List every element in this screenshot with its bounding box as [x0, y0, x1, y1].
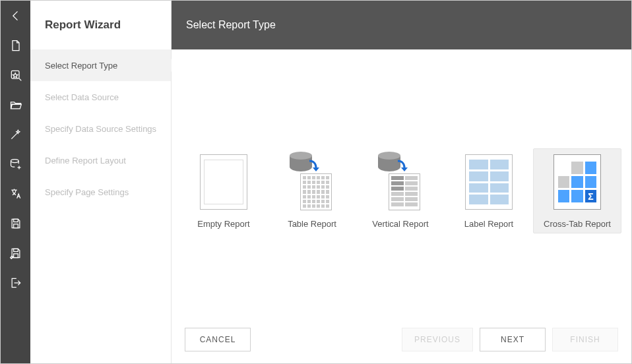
option-empty-report[interactable]: Empty Report — [179, 148, 268, 233]
wizard-step-sidebar: Report Wizard Select Report Type Select … — [30, 1, 172, 363]
cancel-button[interactable]: CANCEL — [185, 328, 251, 351]
option-vertical-report[interactable]: Vertical Report — [356, 148, 445, 233]
vertical-report-icon — [377, 154, 424, 210]
report-wizard-window: Report Wizard Select Report Type Select … — [0, 0, 632, 364]
label-report-icon — [465, 154, 513, 210]
save-as-icon — [9, 247, 22, 260]
save-as-button[interactable] — [1, 238, 30, 268]
step-label: Define Report Layout — [45, 156, 126, 166]
svg-line-2 — [11, 132, 18, 138]
save-icon — [9, 217, 22, 230]
step-label: Select Data Source — [45, 92, 119, 102]
new-report-button[interactable] — [1, 30, 30, 60]
option-label: Vertical Report — [372, 219, 428, 229]
svg-rect-9 — [13, 219, 18, 222]
svg-rect-11 — [13, 249, 18, 251]
report-type-options: Empty Report Tabl — [172, 49, 631, 233]
svg-rect-10 — [13, 224, 18, 228]
left-toolbar — [1, 1, 30, 363]
page-title: Select Report Type — [172, 1, 631, 49]
step-specify-data-source-settings[interactable]: Specify Data Source Settings — [30, 113, 171, 144]
open-button[interactable] — [1, 90, 30, 119]
next-button[interactable]: NEXT — [480, 328, 546, 351]
svg-rect-12 — [13, 253, 18, 257]
search-star-icon — [9, 69, 22, 82]
wizard-main-panel: Select Report Type Empty Report — [172, 1, 631, 363]
wand-icon — [9, 128, 22, 141]
option-label-report[interactable]: Label Report — [445, 148, 533, 233]
chevron-left-icon — [9, 9, 22, 22]
search-button[interactable] — [1, 60, 30, 90]
wizard-footer: CANCEL PREVIOUS NEXT FINISH — [172, 316, 631, 363]
file-icon — [9, 39, 22, 52]
add-datasource-button[interactable] — [1, 149, 30, 179]
option-label: Empty Report — [197, 219, 249, 229]
step-specify-page-settings[interactable]: Specify Page Settings — [30, 176, 171, 208]
svg-line-1 — [19, 78, 21, 80]
exit-icon — [9, 276, 22, 289]
option-label: Cross-Tab Report — [544, 219, 611, 229]
option-label: Table Report — [288, 219, 336, 229]
finish-button: FINISH — [552, 328, 618, 351]
step-select-report-type[interactable]: Select Report Type — [30, 49, 171, 81]
option-table-report[interactable]: Table Report — [268, 148, 356, 233]
exit-button[interactable] — [1, 268, 30, 297]
table-report-icon — [288, 154, 336, 210]
step-label: Specify Page Settings — [45, 187, 129, 197]
empty-report-icon — [200, 154, 247, 210]
step-define-report-layout[interactable]: Define Report Layout — [30, 144, 171, 176]
localization-button[interactable] — [1, 179, 30, 208]
step-select-data-source[interactable]: Select Data Source — [30, 81, 171, 113]
step-label: Select Report Type — [45, 61, 117, 71]
previous-button: PREVIOUS — [402, 328, 473, 351]
option-label: Label Report — [464, 219, 513, 229]
wizard-title: Report Wizard — [30, 1, 171, 49]
crosstab-report-icon: Σ — [553, 154, 601, 210]
wizard-step-list: Select Report Type Select Data Source Sp… — [30, 49, 171, 208]
folder-open-icon — [9, 98, 22, 111]
svg-point-3 — [11, 159, 18, 162]
back-button[interactable] — [1, 1, 30, 30]
database-add-icon — [9, 158, 22, 171]
wizard-button[interactable] — [1, 119, 30, 149]
option-crosstab-report[interactable]: Σ Cross-Tab Report — [533, 148, 621, 233]
save-button[interactable] — [1, 208, 30, 238]
step-label: Specify Data Source Settings — [45, 124, 156, 134]
language-icon — [9, 187, 22, 200]
